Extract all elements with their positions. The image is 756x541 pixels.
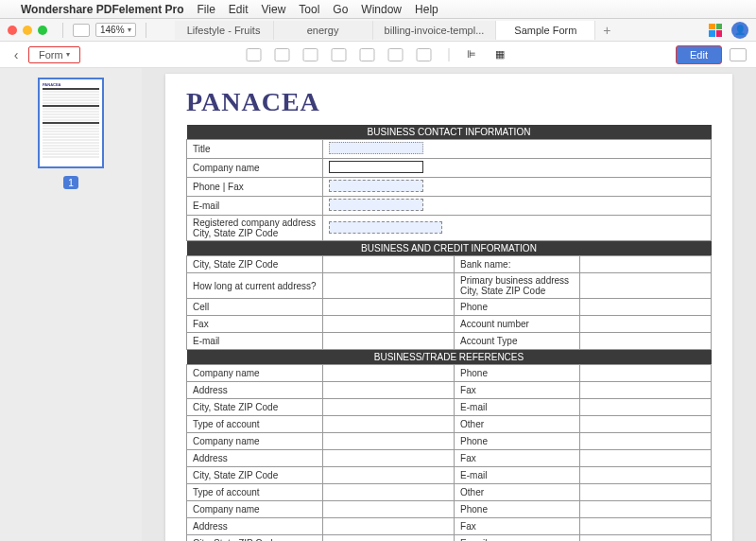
button-field-icon[interactable] bbox=[388, 48, 404, 61]
menu-tool[interactable]: Tool bbox=[299, 3, 319, 16]
field-value[interactable] bbox=[323, 216, 712, 241]
menu-go[interactable]: Go bbox=[333, 3, 348, 16]
field-label: Type of account bbox=[187, 416, 323, 433]
field-value[interactable] bbox=[580, 450, 712, 467]
field-value[interactable] bbox=[580, 467, 712, 484]
field-value[interactable] bbox=[323, 197, 712, 216]
tab-billing-invoice[interactable]: billing-invoice-templ... bbox=[373, 21, 497, 40]
field-value[interactable] bbox=[323, 416, 455, 433]
signature-field-icon[interactable] bbox=[417, 48, 432, 61]
field-value[interactable] bbox=[323, 399, 455, 416]
form-dropdown-button[interactable]: Form▾ bbox=[28, 46, 80, 63]
field-value[interactable] bbox=[580, 501, 712, 518]
add-tab-button[interactable]: + bbox=[595, 21, 618, 40]
field-value[interactable] bbox=[323, 256, 455, 273]
combobox-field-icon[interactable] bbox=[332, 48, 347, 61]
field-value[interactable] bbox=[323, 365, 455, 382]
field-value[interactable] bbox=[580, 256, 712, 273]
page-number-badge[interactable]: 1 bbox=[63, 176, 78, 189]
field-value[interactable] bbox=[323, 316, 455, 333]
edit-button[interactable]: Edit bbox=[676, 45, 722, 64]
field-value[interactable] bbox=[323, 178, 712, 197]
panel-toggle-icon[interactable] bbox=[730, 48, 747, 61]
field-value[interactable] bbox=[580, 316, 712, 333]
minimize-window-icon[interactable] bbox=[23, 26, 32, 35]
field-value[interactable] bbox=[323, 467, 455, 484]
apps-grid-icon[interactable] bbox=[709, 24, 722, 37]
document-tabs: Lifestyle - Fruits energy billing-invoic… bbox=[175, 21, 696, 40]
field-label: E-mail bbox=[187, 197, 323, 216]
tab-lifestyle-fruits[interactable]: Lifestyle - Fruits bbox=[175, 21, 274, 40]
app-name: Wondershare PDFelement Pro bbox=[21, 3, 184, 16]
field-value[interactable] bbox=[323, 382, 455, 399]
field-value[interactable] bbox=[580, 365, 712, 382]
field-value[interactable] bbox=[323, 501, 455, 518]
field-value[interactable] bbox=[323, 333, 455, 350]
field-value[interactable] bbox=[323, 484, 455, 501]
field-value[interactable] bbox=[323, 159, 712, 178]
field-label: Other bbox=[455, 484, 580, 501]
tab-sample-form[interactable]: Sample Form bbox=[496, 21, 595, 40]
page-thumbnail[interactable]: PANACEA bbox=[38, 78, 104, 168]
field-label: Phone | Fax bbox=[187, 178, 323, 197]
field-label: Fax bbox=[455, 518, 580, 535]
window-toolbar: 146%▾ Lifestyle - Fruits energy billing-… bbox=[0, 19, 756, 42]
field-value[interactable] bbox=[580, 518, 712, 535]
field-value[interactable] bbox=[580, 399, 712, 416]
field-value[interactable] bbox=[580, 433, 712, 450]
field-value[interactable] bbox=[580, 416, 712, 433]
field-label: Registered company address City, State Z… bbox=[187, 216, 323, 241]
section-header: BUSINESS CONTACT INFORMATION bbox=[187, 125, 712, 140]
document-viewport[interactable]: PANACEA BUSINESS CONTACT INFORMATION Tit… bbox=[142, 68, 756, 541]
field-label: City, State ZIP Code bbox=[187, 256, 323, 273]
field-label: Fax bbox=[187, 316, 323, 333]
menu-help[interactable]: Help bbox=[415, 3, 438, 16]
close-window-icon[interactable] bbox=[8, 26, 17, 35]
field-value[interactable] bbox=[580, 484, 712, 501]
back-button[interactable]: ‹ bbox=[9, 48, 23, 61]
field-label: Company name bbox=[187, 365, 323, 382]
traffic-lights bbox=[8, 26, 47, 35]
zoom-selector[interactable]: 146%▾ bbox=[95, 23, 136, 37]
field-value[interactable] bbox=[580, 382, 712, 399]
form-toolbar: ‹ Form▾ ⊫ ▦ Edit bbox=[0, 42, 756, 68]
align-tool-icon[interactable]: ⊫ bbox=[467, 48, 482, 61]
field-value[interactable] bbox=[580, 535, 712, 542]
field-label: Other bbox=[455, 416, 580, 433]
field-label: City, State ZIP Code bbox=[187, 399, 323, 416]
menu-edit[interactable]: Edit bbox=[229, 3, 249, 16]
field-value[interactable] bbox=[323, 450, 455, 467]
field-value[interactable] bbox=[580, 299, 712, 316]
field-label: Address bbox=[187, 382, 323, 399]
checkbox-field-icon[interactable] bbox=[275, 48, 290, 61]
menu-file[interactable]: File bbox=[198, 3, 215, 16]
field-value[interactable] bbox=[323, 273, 455, 299]
divider bbox=[449, 48, 450, 61]
field-value[interactable] bbox=[323, 433, 455, 450]
chevron-down-icon: ▾ bbox=[66, 50, 70, 59]
field-label: Company name bbox=[187, 501, 323, 518]
field-value[interactable] bbox=[323, 518, 455, 535]
field-value[interactable] bbox=[323, 299, 455, 316]
section-header: BUSINESS AND CREDIT INFORMATION bbox=[187, 241, 712, 256]
tab-energy[interactable]: energy bbox=[274, 21, 373, 40]
field-label: Phone bbox=[455, 501, 580, 518]
thumbnail-sidebar: PANACEA 1 bbox=[0, 68, 142, 541]
menu-view[interactable]: View bbox=[262, 3, 286, 16]
field-value[interactable] bbox=[323, 140, 712, 159]
field-label: Type of account bbox=[187, 484, 323, 501]
text-field-icon[interactable] bbox=[247, 48, 262, 61]
menu-window[interactable]: Window bbox=[361, 3, 402, 16]
user-avatar-icon[interactable]: 👤 bbox=[731, 22, 748, 39]
section-header: BUSINESS/TRADE REFERENCES bbox=[187, 350, 712, 365]
radio-field-icon[interactable] bbox=[303, 48, 318, 61]
zoom-window-icon[interactable] bbox=[38, 26, 47, 35]
listbox-field-icon[interactable] bbox=[360, 48, 375, 61]
sidebar-toggle-icon[interactable] bbox=[73, 24, 90, 37]
more-tool-icon[interactable]: ▦ bbox=[495, 48, 510, 61]
field-value[interactable] bbox=[323, 535, 455, 542]
field-value[interactable] bbox=[580, 273, 712, 299]
field-value[interactable] bbox=[580, 333, 712, 350]
field-label: E-mail bbox=[455, 535, 580, 542]
field-label: Address bbox=[187, 518, 323, 535]
